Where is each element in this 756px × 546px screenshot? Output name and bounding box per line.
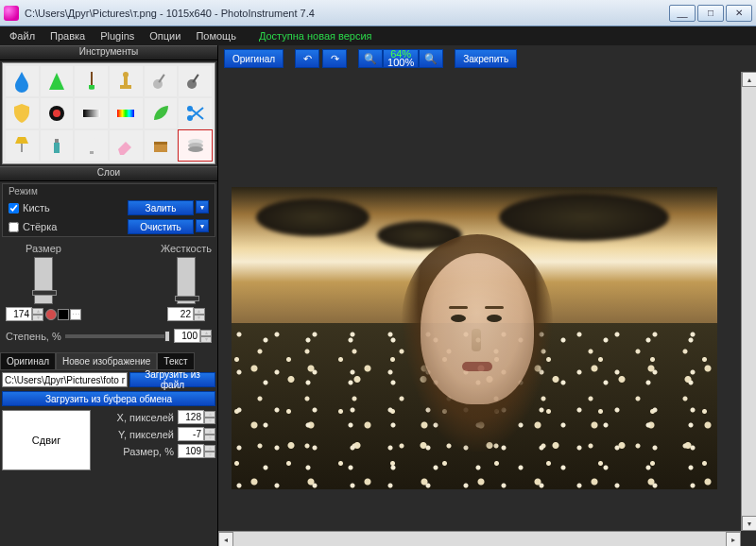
canvas-toolbar: Оригинал ↶ ↷ 🔍 64% 100% 🔍 Закрепить (218, 45, 756, 72)
tool-leaf[interactable] (145, 98, 178, 128)
tool-shield[interactable] (6, 98, 39, 128)
update-available-link[interactable]: Доступна новая версия (251, 28, 380, 43)
tab-original[interactable]: Оригинал (0, 352, 56, 370)
tool-brush[interactable] (75, 66, 108, 96)
load-from-file-button[interactable]: Загрузить из файл (129, 372, 215, 387)
scroll-right-button[interactable]: ▸ (726, 532, 741, 546)
shift-size-up[interactable]: ▴ (204, 445, 215, 452)
hardness-input[interactable] (167, 307, 194, 321)
opacity-slider[interactable] (65, 334, 170, 338)
shift-size-down[interactable]: ▾ (204, 452, 215, 458)
app-icon (4, 6, 19, 21)
window-minimize-button[interactable]: __ (669, 5, 696, 22)
tool-gradient-color[interactable] (110, 98, 143, 128)
shift-button[interactable]: Сдвиг (2, 410, 91, 470)
window-title: C:\Users\Друг\Pictures\т.png - 1015x640 … (25, 8, 669, 19)
svg-rect-17 (90, 151, 94, 154)
svg-rect-0 (91, 72, 93, 85)
tool-stamp[interactable] (110, 66, 143, 96)
tool-spray[interactable] (41, 130, 74, 161)
svg-point-22 (188, 146, 203, 152)
layers-panel-title: Слои (0, 166, 217, 181)
menu-options[interactable]: Опции (142, 28, 188, 43)
tool-drop[interactable] (6, 66, 39, 96)
scroll-down-button[interactable]: ▾ (742, 516, 756, 531)
tool-scissors[interactable] (179, 98, 212, 128)
shift-y-down[interactable]: ▾ (204, 435, 215, 441)
svg-point-9 (53, 110, 60, 117)
size-spin-up[interactable]: ▴ (32, 308, 43, 315)
size-input[interactable] (6, 307, 32, 321)
shift-size-input[interactable] (178, 444, 204, 458)
zoom-in-icon: 🔍 (424, 53, 438, 65)
canvas-viewport[interactable]: ▴ ▾ ◂ ▸ (218, 72, 756, 546)
file-path-input[interactable] (2, 372, 128, 387)
menu-file[interactable]: Файл (2, 28, 43, 43)
opacity-spin-up[interactable]: ▴ (200, 330, 212, 336)
shift-x-input[interactable] (178, 410, 204, 424)
shift-x-down[interactable]: ▾ (204, 418, 215, 424)
clear-dropdown-icon[interactable]: ▾ (196, 219, 209, 232)
shift-y-input[interactable] (178, 427, 204, 441)
menubar: Файл Правка Plugins Опции Помощь Доступн… (0, 26, 756, 45)
size-slider[interactable] (34, 257, 53, 304)
shift-size-label: Размер, % (123, 446, 174, 457)
mode-brush-checkbox[interactable]: Кисть (9, 202, 50, 213)
hardness-spin-down[interactable]: ▾ (194, 315, 205, 321)
shift-x-up[interactable]: ▴ (204, 411, 215, 418)
hardness-spin-up[interactable]: ▴ (194, 308, 205, 315)
redo-button[interactable]: ↷ (322, 49, 347, 68)
shift-y-up[interactable]: ▴ (204, 428, 215, 435)
menu-help[interactable]: Помощь (188, 28, 244, 43)
menu-edit[interactable]: Правка (43, 28, 93, 43)
undo-button[interactable]: ↶ (295, 49, 319, 68)
size-label: Размер (26, 243, 61, 254)
zoom-out-button[interactable]: 🔍 (358, 49, 383, 68)
shift-x-label: X, пикселей (117, 412, 174, 423)
tool-dodge[interactable] (145, 66, 178, 96)
window-close-button[interactable]: ✕ (726, 5, 752, 22)
redo-icon: ↷ (331, 53, 339, 65)
vertical-scrollbar[interactable]: ▴ ▾ (741, 72, 756, 531)
tool-lamp[interactable] (6, 130, 39, 161)
tab-text[interactable]: Текст (157, 352, 194, 370)
mode-erase-checkbox[interactable]: Стёрка (9, 221, 57, 232)
tool-smudge[interactable] (179, 66, 212, 96)
scroll-left-button[interactable]: ◂ (218, 532, 233, 546)
zoom-level-button[interactable]: 64% 100% (383, 49, 419, 68)
load-from-clipboard-button[interactable]: Загрузить из буфера обмена (2, 391, 215, 406)
svg-point-6 (187, 79, 197, 89)
opacity-spin-down[interactable]: ▾ (200, 336, 212, 343)
mode-panel: Режим Кисть Залить ▾ Стёрка Очистить (2, 183, 215, 237)
mode-erase-input[interactable] (9, 222, 19, 232)
mode-brush-input[interactable] (9, 203, 19, 213)
tool-layers[interactable] (179, 130, 212, 161)
fill-button[interactable]: Залить (128, 200, 194, 215)
tab-new-image[interactable]: Новое изображение (56, 352, 157, 370)
fix-button[interactable]: Закрепить (455, 49, 517, 68)
window-maximize-button[interactable]: □ (697, 5, 724, 22)
toolbar-original-button[interactable]: Оригинал (224, 49, 284, 68)
horizontal-scrollbar[interactable]: ◂ ▸ (218, 531, 741, 546)
tool-cone[interactable] (41, 66, 74, 96)
swatch-2[interactable] (58, 309, 69, 320)
shift-block: Сдвиг X, пикселей ▴▾ Y, пикселей ▴▾ Разм… (2, 410, 215, 470)
brush-sliders: Размер ▴▾ ⋯ Жесткость (0, 239, 217, 325)
scroll-up-button[interactable]: ▴ (742, 72, 756, 87)
clear-button[interactable]: Очистить (128, 219, 194, 234)
opacity-input[interactable] (174, 329, 200, 343)
tool-gradient-bw[interactable] (75, 98, 108, 128)
svg-rect-19 (154, 142, 167, 145)
menu-plugins[interactable]: Plugins (93, 28, 142, 43)
hardness-slider[interactable] (177, 257, 196, 304)
tool-bulb[interactable] (75, 130, 108, 161)
window-titlebar: C:\Users\Друг\Pictures\т.png - 1015x640 … (0, 0, 756, 26)
fill-dropdown-icon[interactable]: ▾ (196, 200, 209, 213)
tool-redeye[interactable] (41, 98, 74, 128)
tool-package[interactable] (145, 130, 178, 161)
swatch-more[interactable]: ⋯ (70, 309, 81, 320)
swatch-1[interactable] (45, 309, 57, 320)
size-spin-down[interactable]: ▾ (32, 315, 43, 321)
zoom-in-button[interactable]: 🔍 (419, 49, 443, 68)
tool-eraser[interactable] (110, 130, 143, 161)
